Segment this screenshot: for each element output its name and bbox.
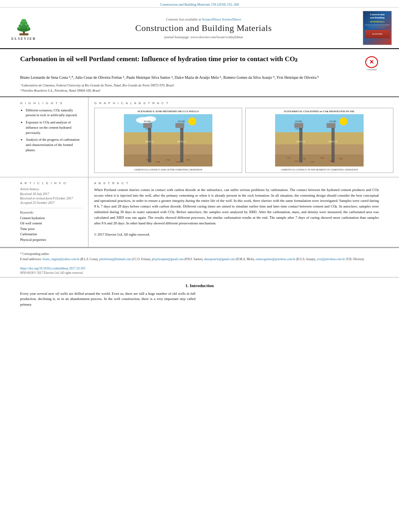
svg-text:CO₂: CO₂ [180, 128, 184, 130]
svg-text:WELL X: WELL X [177, 140, 187, 143]
svg-rect-10 [124, 114, 212, 132]
svg-text:D₂: D₂ [303, 158, 306, 160]
highlight-item-1: Different scenarios; CO₂ naturally prese… [26, 108, 82, 118]
svg-text:CO₂: CO₂ [339, 158, 342, 160]
svg-rect-1 [19, 33, 29, 35]
svg-text:CD: CD [287, 157, 290, 159]
svg-text:CO₂: CO₂ [146, 159, 150, 161]
accepted-date: Accepted 25 October 2017 [20, 201, 82, 205]
scenario-2-label: SCENARIO II: CO₂ ZONES or CO₂ DISSOLVED … [247, 110, 391, 113]
corresponding-author-note: * Corresponding author. [20, 252, 379, 256]
svg-rect-15 [124, 144, 212, 154]
svg-text:WELL Y: WELL Y [296, 140, 306, 143]
svg-text:DRAIN: DRAIN [296, 128, 302, 130]
svg-rect-36 [275, 154, 364, 166]
svg-text:CO₂: CO₂ [156, 161, 160, 163]
elsevier-tree-icon [11, 16, 37, 36]
graphical-abstract-label: G R A P H I C A L A B S T R A C T [94, 101, 393, 105]
keyword-4: Carbonation [20, 232, 82, 237]
svg-rect-39 [294, 123, 303, 128]
cover-subtitle: MATERIALS [370, 21, 385, 23]
crossmark-badge[interactable]: ✕ CrossMark [364, 56, 379, 71]
elsevier-logo-section: ELSEVIER [6, 11, 46, 45]
keywords-list: Cement hydration Oil well cement Time pr… [20, 216, 82, 243]
keyword-3: Time prior [20, 226, 82, 232]
svg-point-5 [21, 19, 26, 23]
footer-copyright: 0950-0618/© 2017 Elsevier Ltd. All right… [20, 271, 379, 275]
svg-rect-18 [180, 126, 183, 162]
svg-rect-35 [275, 144, 364, 154]
journal-header: ELSEVIER Contents lists available at Sci… [0, 8, 399, 49]
highlight-item-2: Exposure to CO₂ and analysis of influenc… [26, 120, 82, 135]
keywords-section: Keywords: Cement hydration Oil well ceme… [20, 211, 82, 243]
authors-line: Bruno Leonardo de Sena Costa ᵃ,*, Julio … [20, 75, 379, 81]
crossmark-label: CrossMark [367, 68, 376, 71]
journal-citation-bar: Construction and Building Materials 159 … [0, 0, 399, 8]
svg-point-11 [188, 117, 196, 125]
elsevier-logo: ELSEVIER [6, 14, 42, 42]
keyword-1: Cement hydration [20, 216, 82, 221]
introduction-columns: Every year several new oil wells are dri… [20, 291, 379, 308]
keyword-5: Physical properties [20, 237, 82, 243]
doi-copyright-section: https://doi.org/10.1016/j.conbuildmat.20… [0, 267, 399, 277]
svg-text:PUMP:: PUMP: [178, 120, 185, 123]
doi-link: https://doi.org/10.1016/j.conbuildmat.20… [20, 267, 379, 270]
svg-rect-22 [175, 123, 184, 128]
svg-rect-32 [275, 114, 364, 132]
history-label: Article history: [20, 187, 82, 191]
svg-point-7 [27, 27, 29, 29]
introduction-title: 1. Introduction [20, 283, 379, 288]
journal-cover-image: Constructionand Building MATERIALS ELSEV… [363, 11, 392, 45]
journal-main-title: Construction and Building Materials [135, 23, 272, 33]
scenario-2-caption: CEMENT/CO₂ CONTACT: IN THE MOMENT OF CEM… [247, 168, 391, 171]
graphical-abstract-images: SCENARIO I: EOR METHODS OR CCS WELLS [94, 108, 393, 173]
highlights-list: Different scenarios; CO₂ naturally prese… [20, 108, 82, 153]
contents-line: Contents lists available at ScienceDirec… [166, 17, 241, 21]
highlight-item-3: Analysis of the progress of carbonation … [26, 137, 82, 152]
svg-text:CO₂: CO₂ [329, 160, 333, 162]
article-title-row: Carbonation in oil well Portland cement:… [20, 55, 379, 71]
journal-cover-section: Constructionand Building MATERIALS ELSEV… [361, 11, 393, 45]
cover-title: Constructionand Building [370, 13, 385, 20]
article-info-abstract-section: A R T I C L E I N F O Article history: R… [0, 177, 399, 247]
abstract-label: A B S T R A C T [94, 181, 379, 185]
page: Construction and Building Materials 159 … [0, 0, 399, 532]
keywords-label: Keywords: [20, 211, 82, 214]
graphical-abstract-column: G R A P H I C A L A B S T R A C T SCENAR… [88, 97, 399, 177]
svg-text:CO₂: CO₂ [320, 157, 324, 159]
footer-section: * Corresponding author. E-mail addresses… [0, 248, 399, 264]
scenario-2-image: PUMP: DRAIN PUMP: WELL Y WELL Y CD CO₂ D… [247, 114, 391, 166]
elsevier-wordmark: ELSEVIER [11, 37, 36, 41]
affiliation-a: ᵃ Laboratório de Cimentos, Federal Unive… [20, 83, 379, 88]
article-info-column: A R T I C L E I N F O Article history: R… [0, 177, 88, 247]
svg-rect-17 [148, 126, 151, 162]
article-header-section: Carbonation in oil well Portland cement:… [0, 49, 399, 97]
svg-text:PUMP:: PUMP: [144, 120, 151, 123]
article-title: Carbonation in oil well Portland cement:… [20, 55, 360, 64]
svg-text:SINK: SINK [145, 128, 150, 130]
svg-text:PUMP:: PUMP: [329, 120, 337, 123]
affiliations: ᵃ Laboratório de Cimentos, Federal Unive… [20, 83, 379, 93]
revised-date: Received in revised form 8 October 2017 [20, 197, 82, 200]
sciencedirect-link[interactable]: ScienceDirect [202, 17, 221, 21]
svg-text:WELL Y: WELL Y [329, 140, 338, 143]
email-addresses: E-mail addresses: bruno_engmat@yahoo.com… [20, 257, 379, 262]
intro-col-right [204, 291, 379, 308]
scenario-1-label: SCENARIO I: EOR METHODS OR CCS WELLS [96, 110, 240, 113]
svg-rect-34 [275, 132, 364, 144]
highlights-label: H I G H L I G H T S [20, 101, 82, 105]
email-list: bruno_engmat@yahoo.com.br (B.L.S. Costa)… [43, 257, 364, 261]
svg-text:CO₂: CO₂ [176, 161, 180, 163]
svg-point-33 [339, 117, 348, 125]
svg-text:WELL X: WELL X [145, 140, 154, 143]
scenario-1-box: SCENARIO I: EOR METHODS OR CCS WELLS [94, 108, 242, 173]
highlights-graphical-section: H I G H L I G H T S Different scenarios;… [0, 97, 399, 177]
keyword-2: Oil well cement [20, 221, 82, 226]
crossmark-circle: ✕ [365, 56, 378, 68]
abstract-column: A B S T R A C T When Portland cement slu… [88, 177, 399, 247]
affiliation-b: ᵇ Petróleo Brasileiro S.A., Petrobras, N… [20, 88, 379, 93]
scenario-1-caption: CEMENT/CO₂ CONTACT: DAYS AFTER CEMENTING… [96, 168, 240, 171]
introduction-section: 1. Introduction Every year several new o… [0, 277, 399, 314]
abstract-text: When Portland cement slurries comes in c… [94, 187, 379, 238]
copyright-note: © 2017 Elsevier Ltd. All rights reserved… [94, 232, 150, 236]
